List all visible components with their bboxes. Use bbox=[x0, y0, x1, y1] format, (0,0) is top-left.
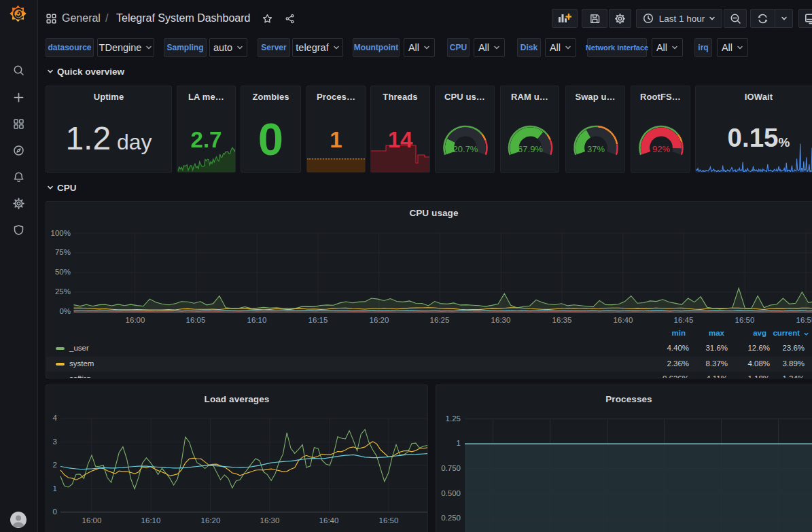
svg-text:67.9%: 67.9% bbox=[518, 144, 543, 154]
svg-text:92%: 92% bbox=[652, 144, 670, 154]
svg-text:20.7%: 20.7% bbox=[453, 144, 478, 154]
svg-text:37%: 37% bbox=[587, 144, 605, 154]
